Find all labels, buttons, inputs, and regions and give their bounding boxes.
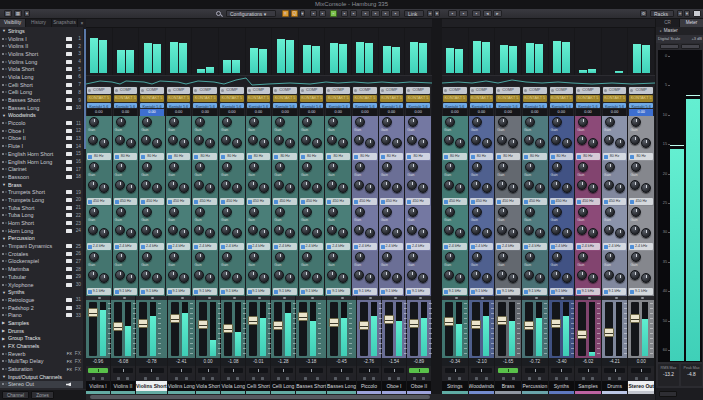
toolbar-button-1[interactable]: ▪	[310, 10, 317, 17]
eq-freq-knob[interactable]	[221, 180, 231, 190]
mini-control-icon[interactable]	[582, 377, 585, 380]
eq-gain-knob[interactable]	[195, 117, 205, 127]
channel-name[interactable]: Piccolo	[357, 381, 381, 391]
eq-gain-knob[interactable]	[552, 252, 562, 262]
fader-handle[interactable]	[630, 314, 640, 323]
eq-q-knob[interactable]	[365, 183, 375, 193]
eq-band-header[interactable]: 450 Hz	[326, 198, 350, 205]
eq-q-knob[interactable]	[152, 273, 162, 283]
rec-enable-all-button[interactable]: ▪	[361, 10, 370, 17]
pre-gain-value[interactable]: 0.00	[380, 109, 404, 116]
eq-q-knob[interactable]	[455, 228, 465, 238]
visibility-dot-icon[interactable]	[2, 276, 4, 278]
instrument-slot[interactable]: KONTAKT 5	[629, 95, 653, 102]
eq-gain-knob[interactable]	[275, 207, 285, 217]
routing-slot[interactable]: Kontakt 5.6	[220, 103, 244, 108]
eq-band-header[interactable]: 80 Hz	[353, 153, 377, 160]
tab-control-room[interactable]: CR	[656, 19, 680, 27]
eq-gain-knob[interactable]	[169, 117, 179, 127]
eq-gain-knob[interactable]	[578, 252, 588, 262]
eq-freq-knob[interactable]	[497, 270, 507, 280]
eq-q-knob[interactable]	[259, 138, 269, 148]
eq-freq-knob[interactable]	[248, 225, 258, 235]
insert-slot[interactable]: COMP	[247, 87, 271, 94]
channel-name[interactable]: Violins Short	[136, 381, 167, 391]
eq-band-header[interactable]: 9.1 kHz	[220, 288, 244, 295]
eq-band-header[interactable]: 2.4 kHz	[300, 243, 324, 250]
monitor-icon[interactable]	[66, 252, 72, 256]
visibility-dot-icon[interactable]	[5, 383, 7, 385]
routing-slot[interactable]: Kontakt 5.6	[550, 103, 574, 108]
eq-q-knob[interactable]	[338, 273, 348, 283]
mini-control-icon[interactable]	[156, 377, 159, 380]
fader-handle[interactable]	[471, 320, 481, 329]
eq-freq-knob[interactable]	[274, 180, 284, 190]
pre-gain-value[interactable]: 0.00	[300, 109, 324, 116]
eq-gain-knob[interactable]	[525, 117, 535, 127]
eq-freq-knob[interactable]	[168, 225, 178, 235]
fader-handle[interactable]	[409, 319, 419, 328]
peak-max-readout[interactable]: Peak Max -4.8	[681, 364, 702, 386]
channel-name[interactable]: Celli Long	[271, 381, 295, 391]
visibility-dot-icon[interactable]	[5, 230, 7, 232]
eq-freq-knob[interactable]	[168, 180, 178, 190]
eq-freq-knob[interactable]	[407, 225, 417, 235]
track-row-flute-i[interactable]: Flute I14	[0, 142, 83, 150]
link-dropdown-icon[interactable]: ▾	[434, 10, 440, 17]
fader-value[interactable]: -1.54	[382, 358, 406, 366]
fader-handle[interactable]	[577, 330, 587, 339]
mini-control-icon[interactable]	[475, 377, 478, 380]
eq-band-header[interactable]: 9.1 kHz	[470, 288, 494, 295]
eq-band-header[interactable]: 9.1 kHz	[576, 288, 600, 295]
eq-gain-knob[interactable]	[89, 252, 99, 262]
eq-band-header[interactable]: 80 Hz	[550, 153, 574, 160]
eq-band-header[interactable]: 2.4 kHz	[193, 243, 217, 250]
eq-band-header[interactable]: 80 Hz	[300, 153, 324, 160]
eq-q-knob[interactable]	[285, 138, 295, 148]
pan-slider[interactable]	[113, 368, 132, 373]
fader-value[interactable]: -0.96	[86, 358, 110, 366]
eq-band-header[interactable]: 9.1 kHz	[167, 288, 191, 295]
track-row-samples[interactable]: ▶Samples	[0, 319, 83, 327]
eq-gain-knob[interactable]	[169, 207, 179, 217]
mini-control-icon[interactable]	[185, 377, 188, 380]
pre-gain-value[interactable]: 0.00	[629, 109, 653, 116]
monitor-icon[interactable]	[66, 267, 72, 271]
fader-handle[interactable]	[170, 314, 180, 323]
monitor-icon[interactable]	[66, 298, 72, 302]
channel-name[interactable]: Oboe I	[382, 381, 406, 391]
eq-band-header[interactable]: 450 Hz	[273, 198, 297, 205]
eq-q-knob[interactable]	[365, 138, 375, 148]
visibility-dot-icon[interactable]	[2, 360, 4, 362]
routing-slot[interactable]: Kontakt 5.6	[140, 103, 164, 108]
eq-freq-knob[interactable]	[551, 225, 561, 235]
monitor-icon[interactable]	[66, 136, 72, 140]
insert-slot[interactable]: COMP	[87, 87, 111, 94]
eq-band-header[interactable]: 450 Hz	[167, 198, 191, 205]
pre-gain-value[interactable]: 0.00	[247, 109, 271, 116]
eq-freq-knob[interactable]	[471, 225, 481, 235]
eq-freq-knob[interactable]	[115, 225, 125, 235]
mini-control-icon[interactable]	[126, 377, 129, 380]
instrument-slot[interactable]: KONTAKT 5	[523, 95, 547, 102]
visibility-dot-icon[interactable]	[2, 61, 4, 63]
monitor-icon[interactable]	[66, 213, 72, 217]
eq-gain-knob[interactable]	[472, 117, 482, 127]
eq-freq-knob[interactable]	[88, 270, 98, 280]
pre-gain-value[interactable]: 0.00	[87, 109, 111, 116]
eq-band-header[interactable]: 9.1 kHz	[380, 288, 404, 295]
eq-q-knob[interactable]	[535, 183, 545, 193]
eq-freq-knob[interactable]	[444, 270, 454, 280]
eq-band-header[interactable]: 80 Hz	[523, 153, 547, 160]
eq-gain-knob[interactable]	[631, 207, 641, 217]
eq-gain-knob[interactable]	[222, 117, 232, 127]
pan-slider[interactable]	[471, 368, 492, 373]
eq-gain-knob[interactable]	[302, 162, 312, 172]
monitor-icon[interactable]	[66, 244, 72, 248]
visibility-dot-icon[interactable]	[2, 76, 4, 78]
eq-q-knob[interactable]	[285, 273, 295, 283]
fader-track[interactable]	[525, 302, 533, 356]
fader-track[interactable]	[385, 302, 393, 356]
eq-gain-knob[interactable]	[89, 117, 99, 127]
visibility-dot-icon[interactable]	[2, 176, 4, 178]
